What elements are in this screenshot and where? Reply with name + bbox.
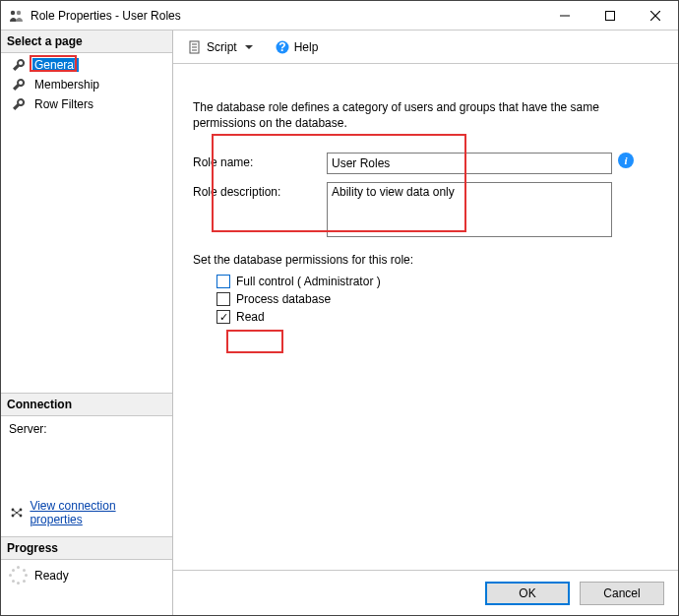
view-connection-properties-link[interactable]: View connection properties: [1, 495, 172, 536]
toolbar: Script ? Help: [173, 31, 678, 64]
role-name-label: Role name:: [193, 153, 327, 169]
nav-general-label: General: [32, 58, 79, 72]
role-properties-dialog: Role Properties - User Roles Select a pa…: [0, 0, 679, 616]
minimize-button[interactable]: [542, 1, 587, 30]
role-name-input[interactable]: [327, 153, 612, 174]
perm-read-label: Read: [236, 310, 265, 324]
intro-text: The database role defines a category of …: [193, 99, 626, 131]
script-label: Script: [207, 40, 237, 54]
role-name-row: Role name: i: [193, 153, 658, 174]
perm-full-control-label: Full control ( Administrator ): [236, 275, 381, 288]
perm-read-row[interactable]: ✓ Read: [216, 310, 658, 324]
progress-header: Progress: [1, 537, 172, 560]
sidebar: Select a page General Membership Row Fil…: [1, 31, 173, 615]
role-icon: [9, 8, 25, 24]
nav-general[interactable]: General: [1, 55, 172, 75]
role-desc-label: Role description:: [193, 182, 327, 199]
svg-point-0: [11, 10, 15, 14]
connection-icon: [9, 505, 24, 521]
dialog-footer: OK Cancel: [173, 570, 678, 615]
cancel-button[interactable]: Cancel: [580, 582, 664, 605]
window-title: Role Properties - User Roles: [31, 9, 542, 23]
checkbox-unchecked-icon: [216, 275, 230, 288]
wrench-icon: [11, 77, 27, 92]
perm-process-label: Process database: [236, 292, 331, 306]
help-label: Help: [294, 40, 319, 54]
window-buttons: [542, 1, 678, 30]
info-icon[interactable]: i: [618, 153, 634, 168]
page-nav: General Membership Row Filters: [1, 53, 172, 116]
progress-status: Ready: [34, 569, 69, 583]
nav-row-filters[interactable]: Row Filters: [1, 94, 172, 114]
svg-text:?: ?: [278, 40, 285, 54]
main-panel: Script ? Help The database role defines …: [173, 31, 678, 615]
connection-header: Connection: [1, 394, 172, 416]
script-icon: [187, 39, 203, 55]
progress-panel: Progress Ready: [1, 536, 172, 615]
content-area: The database role defines a category of …: [173, 64, 678, 570]
select-page-header: Select a page: [1, 31, 172, 53]
help-button[interactable]: ? Help: [271, 37, 323, 57]
maximize-button[interactable]: [587, 1, 633, 30]
svg-point-1: [17, 10, 21, 14]
wrench-icon: [11, 57, 27, 73]
svg-rect-3: [606, 11, 615, 20]
dropdown-icon: [241, 39, 257, 55]
nav-membership[interactable]: Membership: [1, 75, 172, 94]
titlebar: Role Properties - User Roles: [1, 1, 678, 31]
wrench-icon: [11, 96, 27, 112]
perm-process-row[interactable]: Process database: [216, 292, 658, 306]
help-icon: ?: [275, 39, 290, 55]
role-desc-row: Role description: Ability to view data o…: [193, 182, 658, 237]
connection-panel: Connection Server: View connection prope…: [1, 393, 172, 536]
nav-row-filters-label: Row Filters: [32, 97, 95, 111]
nav-membership-label: Membership: [32, 78, 101, 92]
view-connection-properties-label: View connection properties: [30, 499, 166, 526]
checkbox-unchecked-icon: [216, 292, 230, 306]
ok-button[interactable]: OK: [485, 582, 570, 605]
permissions-header: Set the database permissions for this ro…: [193, 253, 658, 267]
progress-spinner-icon: [9, 566, 29, 585]
server-label: Server:: [9, 422, 164, 436]
checkbox-checked-icon: ✓: [216, 310, 230, 324]
close-button[interactable]: [633, 1, 678, 30]
script-button[interactable]: Script: [183, 37, 261, 57]
role-desc-input[interactable]: Ability to view data only: [327, 182, 612, 237]
perm-full-control-row[interactable]: Full control ( Administrator ): [216, 275, 658, 288]
